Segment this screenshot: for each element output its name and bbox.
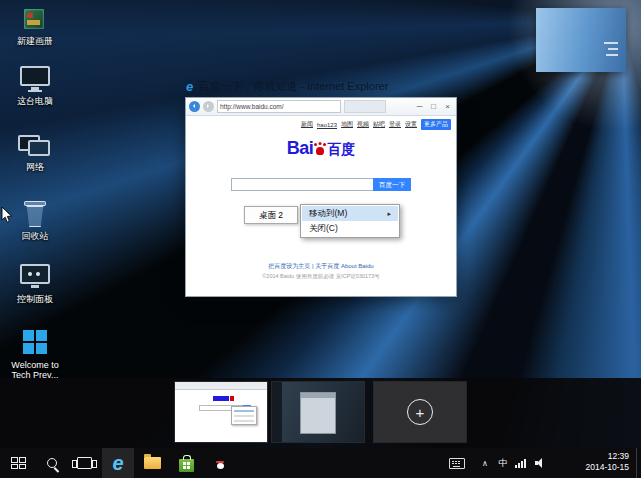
baidu-nav-link[interactable]: 贴吧 xyxy=(373,120,385,129)
preview-window-title: 百度一下，你就知道 - Internet Explorer xyxy=(198,79,388,94)
baidu-page: 新闻 hao123 地图 视频 贴吧 登录 设置 更多产品 Bai百度 百度一下… xyxy=(186,116,456,296)
baidu-nav-link[interactable]: hao123 xyxy=(317,122,337,128)
address-url: http://www.baidu.com/ xyxy=(220,103,284,110)
desktop-icon-network[interactable]: 网络 xyxy=(4,132,66,172)
windows-logo-icon xyxy=(18,330,52,358)
control-panel-icon xyxy=(18,264,52,292)
baidu-top-nav: 新闻 hao123 地图 视频 贴吧 登录 设置 更多产品 xyxy=(301,119,451,130)
desktop-icon-label: 这台电脑 xyxy=(4,96,66,106)
menu-item-move-to[interactable]: 移动到(M) ▸ xyxy=(302,206,398,221)
thumbnail-detail xyxy=(606,54,618,56)
desktop: 新建画册 这台电脑 网络 回收站 控制面板 Welcome to Tech Pr… xyxy=(0,0,641,478)
this-pc-icon xyxy=(18,66,52,94)
ime-label: 中 xyxy=(499,457,508,470)
ie-icon: e xyxy=(112,453,123,473)
baidu-nav-link[interactable]: 新闻 xyxy=(301,120,313,129)
preview-window-header: e 百度一下，你就知道 - Internet Explorer xyxy=(186,79,388,94)
chevron-up-icon: ∧ xyxy=(482,459,488,468)
network-icon xyxy=(18,132,52,160)
baidu-search-button[interactable]: 百度一下 xyxy=(373,178,411,191)
network-tray-button[interactable] xyxy=(513,448,529,478)
task-view-strip: + xyxy=(0,378,641,448)
taskbar-ie-button[interactable]: e xyxy=(102,448,134,478)
mini-sidebar xyxy=(272,382,282,442)
task-view-icon xyxy=(77,457,92,469)
baidu-logo: Bai百度 xyxy=(186,138,456,159)
address-bar[interactable]: http://www.baidu.com/ xyxy=(217,100,341,113)
plus-icon: + xyxy=(407,399,433,425)
search-button[interactable] xyxy=(38,448,66,478)
desktop-icon-label: 控制面板 xyxy=(4,294,66,304)
back-icon[interactable] xyxy=(189,101,200,112)
minimize-button[interactable]: ─ xyxy=(414,100,425,114)
baidu-search-input[interactable] xyxy=(231,178,373,191)
desktop-icon-welcome[interactable]: Welcome to Tech Prev... xyxy=(4,328,66,381)
menu-item-label: 移动到(M) xyxy=(309,208,347,220)
album-icon xyxy=(18,6,52,34)
taskbar-store-button[interactable] xyxy=(172,448,200,478)
close-button[interactable]: × xyxy=(442,100,453,114)
desktop-icon-label: 网络 xyxy=(4,162,66,172)
recycle-bin-icon xyxy=(18,201,52,229)
submenu-arrow-icon: ▸ xyxy=(387,210,391,218)
ie-window-preview[interactable]: http://www.baidu.com/ ─ □ × 新闻 hao123 地图… xyxy=(185,97,457,297)
baidu-footer-copyright: ©2014 Baidu 使用百度前必读 京ICP证030173号 xyxy=(186,273,456,280)
qq-penguin-icon xyxy=(213,455,227,471)
baidu-nav-link[interactable]: 登录 xyxy=(389,120,401,129)
baidu-footer-links[interactable]: 把百度设为主页 | 关于百度 About Baidu xyxy=(186,262,456,271)
thumbnail-detail xyxy=(608,48,618,50)
baidu-footer: 把百度设为主页 | 关于百度 About Baidu ©2014 Baidu 使… xyxy=(186,262,456,280)
add-desktop-button[interactable]: + xyxy=(374,382,466,442)
menu-item-label: 关闭(C) xyxy=(309,223,338,235)
speaker-icon xyxy=(535,458,546,468)
baidu-logo-bai: Bai xyxy=(287,138,314,158)
desktop-badge: 桌面 2 xyxy=(244,206,298,224)
mini-browser-chrome xyxy=(175,382,267,390)
network-icon xyxy=(515,465,517,468)
clock-date: 2014-10-15 xyxy=(586,462,629,473)
task-view-button[interactable] xyxy=(70,448,98,478)
taskview-thumbnail-ie[interactable] xyxy=(175,382,267,442)
volume-tray-button[interactable] xyxy=(532,448,548,478)
desktop-icon-label: 新建画册 xyxy=(4,36,66,46)
desktop-icon-recycle-bin[interactable]: 回收站 xyxy=(4,198,66,241)
baidu-search-row: 百度一下 xyxy=(231,178,411,191)
ime-indicator[interactable]: 中 xyxy=(495,448,511,478)
baidu-logo-du: 百度 xyxy=(327,141,355,157)
clock-time: 12:39 xyxy=(586,451,629,462)
mini-baidu-logo xyxy=(213,396,229,401)
taskview-thumbnail-desktop2[interactable] xyxy=(272,382,364,442)
taskbar-explorer-button[interactable] xyxy=(138,448,166,478)
baidu-nav-link[interactable]: 设置 xyxy=(405,120,417,129)
context-menu: 移动到(M) ▸ 关闭(C) xyxy=(300,204,400,238)
ie-icon: e xyxy=(186,80,193,93)
menu-item-close[interactable]: 关闭(C) xyxy=(302,221,398,236)
taskbar-clock[interactable]: 12:39 2014-10-15 xyxy=(586,451,629,474)
keyboard-icon xyxy=(449,458,465,469)
browser-tab[interactable] xyxy=(344,100,386,113)
baidu-more-button[interactable]: 更多产品 xyxy=(421,119,451,130)
window-thumbnail-corner[interactable] xyxy=(536,8,626,72)
baidu-nav-link[interactable]: 视频 xyxy=(357,120,369,129)
desktop-icon-control-panel[interactable]: 控制面板 xyxy=(4,262,66,304)
mini-context-menu xyxy=(231,406,257,425)
desktop-icon-this-pc[interactable]: 这台电脑 xyxy=(4,64,66,106)
show-desktop-button[interactable] xyxy=(636,448,641,478)
windows-logo-icon xyxy=(11,457,26,469)
tray-overflow-button[interactable]: ∧ xyxy=(478,448,492,478)
search-icon xyxy=(47,458,57,468)
maximize-button[interactable]: □ xyxy=(428,100,439,114)
touch-keyboard-button[interactable] xyxy=(448,448,466,478)
desktop-icon-new-album[interactable]: 新建画册 xyxy=(4,6,66,46)
start-button[interactable] xyxy=(4,448,32,478)
folder-icon xyxy=(144,457,161,469)
baidu-nav-link[interactable]: 地图 xyxy=(341,120,353,129)
mini-window xyxy=(300,392,336,434)
store-icon xyxy=(179,459,194,472)
forward-icon[interactable] xyxy=(203,101,214,112)
baidu-paw-icon xyxy=(314,142,326,156)
desktop-icon-label: 回收站 xyxy=(4,231,66,241)
thumbnail-detail xyxy=(604,42,618,44)
browser-chrome: http://www.baidu.com/ ─ □ × xyxy=(186,98,456,116)
taskbar-qq-button[interactable] xyxy=(206,448,234,478)
